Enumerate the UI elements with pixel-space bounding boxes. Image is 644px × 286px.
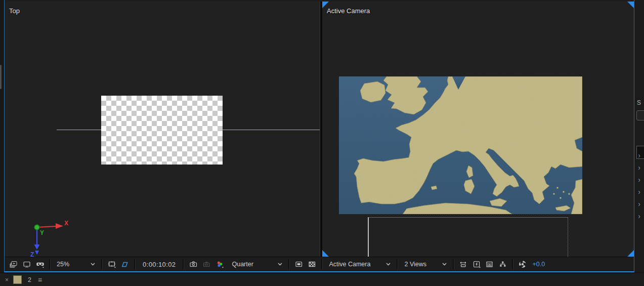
view-label-top: Top: [9, 7, 20, 15]
transparency-grid-icon[interactable]: [306, 258, 319, 270]
vr-view-icon[interactable]: [33, 258, 47, 270]
active-view-corner-icon: [627, 250, 634, 257]
mask-visibility-icon[interactable]: [118, 258, 132, 270]
axis-gizmo: X Z Y: [14, 212, 69, 257]
transparency-checkerboard: [101, 96, 223, 165]
exposure-value[interactable]: +0.0: [532, 261, 545, 268]
axis-x-label: X: [64, 220, 68, 227]
toolbar-separator: [321, 259, 323, 269]
expand-chevron-icon[interactable]: ›: [638, 188, 640, 195]
toolbar-separator: [101, 259, 103, 269]
toolbar-separator: [183, 259, 184, 269]
toolbar-separator: [453, 259, 454, 269]
axis-y-label: Y: [40, 229, 44, 236]
grid-guides-icon[interactable]: [105, 258, 118, 270]
resolution-value: Quarter: [232, 261, 253, 268]
europe-map-image: [339, 76, 582, 214]
magnification-dropdown[interactable]: 25%: [53, 258, 99, 270]
current-time-display[interactable]: 0:00:10:02: [138, 261, 180, 268]
always-preview-icon[interactable]: [7, 258, 20, 270]
chevron-down-icon: [278, 263, 282, 266]
left-panel-scroll-sliver[interactable]: [0, 65, 2, 89]
view-layout-value: 2 Views: [404, 261, 426, 268]
timeline-layer-strip: × 2 ≡: [0, 273, 644, 286]
right-panel-expanders: › › › › › ›: [634, 152, 644, 220]
chevron-down-icon: [442, 263, 447, 266]
expand-chevron-icon[interactable]: ›: [638, 200, 640, 208]
expand-chevron-icon[interactable]: ›: [638, 213, 640, 220]
after-effects-composition-panel: Top X Z Y Active Camera: [0, 0, 644, 286]
active-view-corner-icon: [627, 2, 634, 8]
show-snapshot-icon[interactable]: [200, 258, 213, 270]
3d-view-dropdown[interactable]: Active Camera: [325, 258, 394, 270]
toolbar-separator: [134, 259, 136, 269]
view-layout-dropdown[interactable]: 2 Views: [401, 258, 450, 270]
expand-chevron-icon[interactable]: ›: [638, 164, 640, 171]
axis-z-label: Z: [30, 251, 34, 257]
expand-chevron-icon[interactable]: ›: [638, 176, 640, 183]
resolution-dropdown[interactable]: Quarter: [228, 258, 286, 270]
right-panel-button-fragment[interactable]: [636, 110, 644, 120]
reset-exposure-icon[interactable]: [516, 258, 529, 270]
viewer-area: Top X Z Y Active Camera: [5, 2, 634, 257]
view-label-active-camera: Active Camera: [327, 7, 370, 15]
chevron-down-icon: [386, 263, 391, 266]
channels-icon[interactable]: [213, 258, 226, 270]
roi-icon[interactable]: [292, 258, 306, 270]
layer-color-swatch[interactable]: [13, 275, 22, 284]
magnification-value: 25%: [57, 261, 69, 268]
close-icon[interactable]: ×: [5, 276, 9, 283]
view-pane-top[interactable]: Top X Z Y: [5, 2, 320, 257]
layer-menu-icon[interactable]: ≡: [38, 276, 42, 284]
timeline-icon[interactable]: [483, 258, 496, 270]
comp-boundary-outline: [368, 217, 568, 257]
fast-previews-icon[interactable]: [470, 258, 483, 270]
toolbar-separator: [512, 259, 513, 269]
composition-viewer: Top X Z Y Active Camera: [4, 0, 634, 272]
right-panel-edge: S › › › › › ›: [634, 0, 644, 272]
layer-number: 2: [28, 276, 31, 283]
chevron-down-icon: [91, 263, 95, 266]
right-panel-partial-text: S: [637, 99, 641, 106]
left-panel-edge: [0, 0, 4, 272]
active-view-corner-icon: [322, 250, 329, 257]
toolbar-separator: [49, 259, 51, 269]
view-pane-active-camera[interactable]: Active Camera: [322, 2, 634, 257]
pixel-aspect-icon[interactable]: [457, 258, 470, 270]
3d-view-value: Active Camera: [329, 261, 370, 268]
primary-viewer-icon[interactable]: [20, 258, 33, 270]
toolbar-separator: [288, 259, 290, 269]
expand-chevron-icon[interactable]: ›: [638, 152, 640, 159]
viewer-toolbar: 25% 0:00:10:02: [5, 257, 634, 271]
snapshot-icon[interactable]: [187, 258, 200, 270]
toolbar-separator: [397, 259, 398, 269]
flowchart-icon[interactable]: [496, 258, 509, 270]
